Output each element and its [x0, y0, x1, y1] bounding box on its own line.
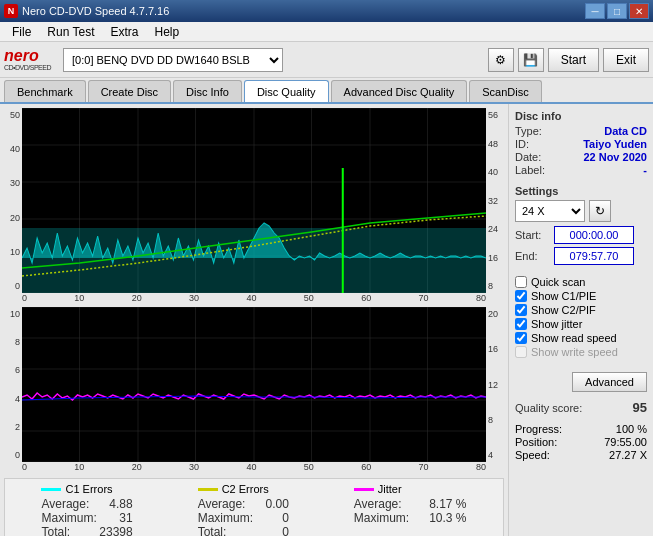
speed-disp-row: Speed: 27.27 X	[515, 449, 647, 461]
end-time-row: End:	[515, 247, 647, 265]
position-row: Position: 79:55.00	[515, 436, 647, 448]
c1-maximum-label: Maximum:	[41, 511, 96, 525]
quality-score-label: Quality score:	[515, 402, 582, 414]
nero-brand: nero	[4, 48, 39, 64]
disc-type-label: Type:	[515, 125, 542, 137]
disc-info-section: Disc info Type: Data CD ID: Taiyo Yuden …	[515, 110, 647, 177]
bottom-chart-with-axes: 10 8 6 4 2 0	[4, 307, 504, 462]
tab-create-disc[interactable]: Create Disc	[88, 80, 171, 102]
settings-section: Settings 24 X ↻ Start: End:	[515, 185, 647, 268]
start-label: Start:	[515, 229, 550, 241]
speed-disp-value: 27.27 X	[609, 449, 647, 461]
speed-select[interactable]: 24 X	[515, 200, 585, 222]
quick-scan-checkbox[interactable]	[515, 276, 527, 288]
show-c2-pif-row: Show C2/PIF	[515, 304, 647, 316]
top-x-axis: 0 10 20 30 40 50 60 70 80	[4, 293, 504, 303]
quality-score-row: Quality score: 95	[515, 400, 647, 415]
c2-average-row: Average: 0.00	[198, 497, 289, 511]
tab-scan-disc[interactable]: ScanDisc	[469, 80, 541, 102]
legend-c1: C1 Errors Average: 4.88 Maximum: 31 Tota…	[41, 483, 132, 536]
legend-c2: C2 Errors Average: 0.00 Maximum: 0 Total…	[198, 483, 289, 536]
disc-id-label: ID:	[515, 138, 529, 150]
legend-jitter-header: Jitter	[354, 483, 467, 495]
settings-button[interactable]: ⚙	[488, 48, 514, 72]
jitter-color-swatch	[354, 488, 374, 491]
checkboxes-section: Quick scan Show C1/PIE Show C2/PIF Show …	[515, 276, 647, 360]
chart-area: 50 40 30 20 10 0	[0, 104, 508, 536]
drive-combo[interactable]: [0:0] BENQ DVD DD DW1640 BSLB	[63, 48, 283, 72]
c2-maximum-value: 0	[282, 511, 289, 525]
speed-row: 24 X ↻	[515, 200, 647, 222]
jitter-maximum-row: Maximum: 10.3 %	[354, 511, 467, 525]
show-jitter-label: Show jitter	[531, 318, 582, 330]
tab-disc-quality[interactable]: Disc Quality	[244, 80, 329, 102]
advanced-button[interactable]: Advanced	[572, 372, 647, 392]
maximize-button[interactable]: □	[607, 3, 627, 19]
top-y-axis-right: 56 48 40 32 24 16 8	[486, 108, 504, 293]
show-c1-pie-label: Show C1/PIE	[531, 290, 596, 302]
show-c1-pie-row: Show C1/PIE	[515, 290, 647, 302]
disc-label-row: Label: -	[515, 164, 647, 176]
tab-disc-info[interactable]: Disc Info	[173, 80, 242, 102]
save-button[interactable]: 💾	[518, 48, 544, 72]
jitter-label: Jitter	[378, 483, 402, 495]
show-c2-pif-label: Show C2/PIF	[531, 304, 596, 316]
menu-file[interactable]: File	[4, 23, 39, 41]
c2-label: C2 Errors	[222, 483, 269, 495]
legend-jitter: Jitter Average: 8.17 % Maximum: 10.3 %	[354, 483, 467, 536]
tab-benchmark[interactable]: Benchmark	[4, 80, 86, 102]
settings-title: Settings	[515, 185, 647, 197]
show-c2-pif-checkbox[interactable]	[515, 304, 527, 316]
jitter-maximum-value: 10.3 %	[429, 511, 466, 525]
minimize-button[interactable]: ─	[585, 3, 605, 19]
close-button[interactable]: ✕	[629, 3, 649, 19]
show-write-speed-label: Show write speed	[531, 346, 618, 358]
c1-color-swatch	[41, 488, 61, 491]
show-write-speed-checkbox[interactable]	[515, 346, 527, 358]
legend-c1-header: C1 Errors	[41, 483, 132, 495]
start-button[interactable]: Start	[548, 48, 599, 72]
disc-label-label: Label:	[515, 164, 545, 176]
bottom-chart	[22, 307, 486, 462]
tabs: Benchmark Create Disc Disc Info Disc Qua…	[0, 78, 653, 104]
menu-run-test[interactable]: Run Test	[39, 23, 102, 41]
c2-maximum-label: Maximum:	[198, 511, 253, 525]
show-c1-pie-checkbox[interactable]	[515, 290, 527, 302]
quality-score-value: 95	[633, 400, 647, 415]
progress-value: 100 %	[616, 423, 647, 435]
c2-total-label: Total:	[198, 525, 227, 536]
disc-date-row: Date: 22 Nov 2020	[515, 151, 647, 163]
show-read-speed-row: Show read speed	[515, 332, 647, 344]
position-label: Position:	[515, 436, 557, 448]
c2-total-value: 0	[282, 525, 289, 536]
start-time-input[interactable]	[554, 226, 634, 244]
disc-type-value: Data CD	[604, 125, 647, 137]
c1-total-row: Total: 23398	[41, 525, 132, 536]
top-chart-section: 50 40 30 20 10 0	[4, 108, 504, 303]
c2-average-value: 0.00	[265, 497, 288, 511]
nero-logo: nero CD•DVD/SPEED	[4, 48, 51, 71]
quick-scan-label: Quick scan	[531, 276, 585, 288]
c1-average-value: 4.88	[109, 497, 132, 511]
end-time-input[interactable]	[554, 247, 634, 265]
menu-bar: File Run Test Extra Help	[0, 22, 653, 42]
menu-help[interactable]: Help	[147, 23, 188, 41]
exit-button[interactable]: Exit	[603, 48, 649, 72]
show-read-speed-checkbox[interactable]	[515, 332, 527, 344]
c1-average-label: Average:	[41, 497, 89, 511]
tab-advanced-disc-quality[interactable]: Advanced Disc Quality	[331, 80, 468, 102]
refresh-button[interactable]: ↻	[589, 200, 611, 222]
menu-extra[interactable]: Extra	[102, 23, 146, 41]
disc-label-value: -	[643, 164, 647, 176]
disc-id-row: ID: Taiyo Yuden	[515, 138, 647, 150]
advanced-btn-container: Advanced	[515, 368, 647, 392]
toolbar: nero CD•DVD/SPEED [0:0] BENQ DVD DD DW16…	[0, 42, 653, 78]
end-label: End:	[515, 250, 550, 262]
c1-label: C1 Errors	[65, 483, 112, 495]
drive-select: [0:0] BENQ DVD DD DW1640 BSLB	[63, 48, 484, 72]
disc-info-title: Disc info	[515, 110, 647, 122]
main-content: 50 40 30 20 10 0	[0, 104, 653, 536]
show-jitter-checkbox[interactable]	[515, 318, 527, 330]
title-bar-buttons: ─ □ ✕	[585, 3, 649, 19]
show-read-speed-label: Show read speed	[531, 332, 617, 344]
